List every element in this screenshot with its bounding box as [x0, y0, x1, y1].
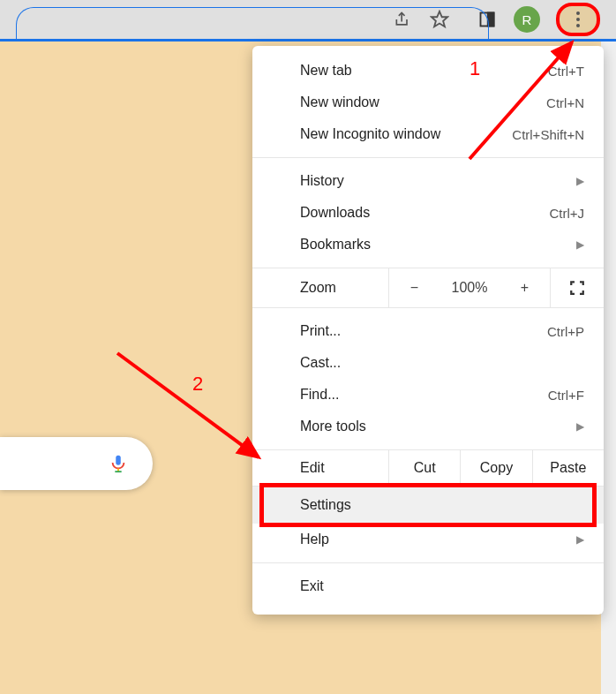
chevron-right-icon: ▶: [576, 238, 584, 251]
svg-rect-2: [488, 13, 494, 26]
menu-item-history[interactable]: History▶: [252, 165, 604, 197]
browser-toolbar: R: [0, 0, 616, 40]
menu-item-print[interactable]: Print...Ctrl+P: [252, 315, 604, 347]
svg-marker-0: [432, 11, 447, 26]
svg-rect-3: [116, 456, 121, 465]
zoom-out-button[interactable]: −: [397, 280, 432, 296]
menu-item-cast[interactable]: Cast...: [252, 347, 604, 379]
chevron-right-icon: ▶: [576, 533, 584, 546]
profile-avatar[interactable]: R: [514, 6, 540, 33]
search-bar-fragment[interactable]: [0, 437, 153, 490]
menu-item-find[interactable]: Find...Ctrl+F: [252, 379, 604, 411]
edit-cut-button[interactable]: Cut: [388, 450, 460, 486]
chevron-right-icon: ▶: [576, 420, 584, 433]
kebab-menu-button[interactable]: [556, 3, 600, 36]
zoom-value: 100%: [452, 280, 488, 296]
profile-letter: R: [522, 12, 532, 27]
menu-item-settings[interactable]: Settings: [252, 487, 604, 524]
menu-item-zoom: Zoom − 100% +: [252, 268, 604, 307]
zoom-in-button[interactable]: +: [507, 280, 542, 296]
edit-copy-button[interactable]: Copy: [460, 450, 531, 486]
side-panel-icon[interactable]: [477, 9, 498, 30]
menu-item-help[interactable]: Help▶: [252, 524, 604, 555]
menu-item-edit: Edit Cut Copy Paste: [252, 450, 604, 486]
menu-item-bookmarks[interactable]: Bookmarks▶: [252, 229, 604, 260]
menu-item-new-incognito[interactable]: New Incognito windowCtrl+Shift+N: [252, 118, 604, 150]
fullscreen-button[interactable]: [550, 268, 604, 307]
chevron-right-icon: ▶: [576, 175, 584, 187]
menu-item-new-tab[interactable]: New tabCtrl+T: [252, 55, 604, 87]
mic-icon[interactable]: [109, 451, 128, 476]
menu-item-new-window[interactable]: New windowCtrl+N: [252, 87, 604, 118]
edit-paste-button[interactable]: Paste: [532, 450, 604, 486]
share-icon[interactable]: [392, 9, 413, 30]
bookmark-star-icon[interactable]: [429, 9, 450, 30]
menu-item-exit[interactable]: Exit: [252, 570, 604, 602]
menu-item-downloads[interactable]: DownloadsCtrl+J: [252, 197, 604, 229]
chrome-main-menu: New tabCtrl+T New windowCtrl+N New Incog…: [252, 46, 604, 615]
menu-item-more-tools[interactable]: More tools▶: [252, 411, 604, 442]
annotation-number-2: 2: [192, 373, 203, 396]
